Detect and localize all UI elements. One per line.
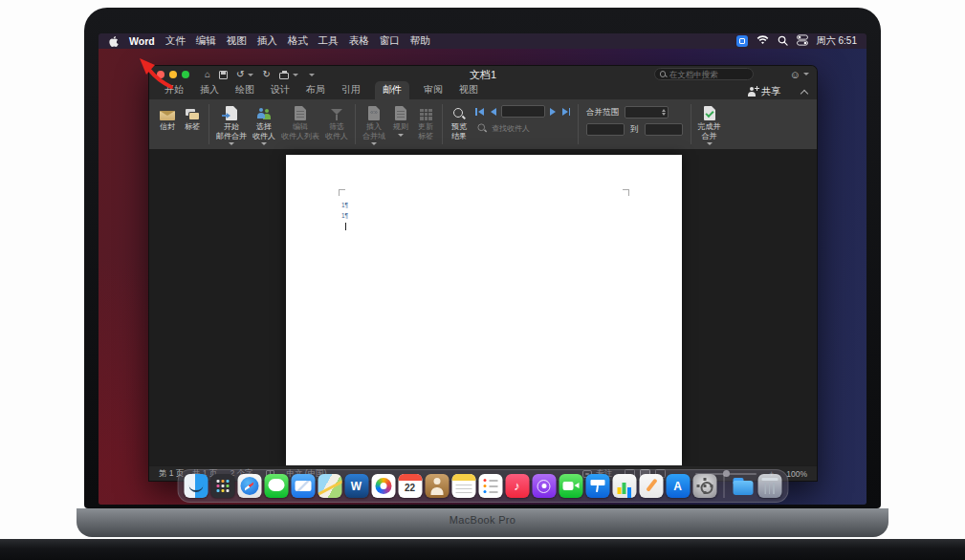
range-from-field[interactable] bbox=[586, 123, 625, 136]
dock-trash-icon[interactable] bbox=[757, 474, 781, 498]
group-separator bbox=[691, 104, 691, 144]
tab-layout[interactable]: 布局 bbox=[304, 81, 327, 99]
undo-dropdown-caret[interactable] bbox=[248, 74, 253, 76]
start-mail-merge-button[interactable]: 开始 邮件合并 bbox=[213, 103, 250, 146]
first-record-button[interactable] bbox=[473, 106, 486, 118]
envelope-button[interactable]: 信封 bbox=[155, 103, 180, 133]
select-recipients-button[interactable]: 选择 收件人 bbox=[250, 103, 278, 146]
menu-help[interactable]: 帮助 bbox=[410, 34, 430, 48]
dock-app-store-icon[interactable]: A bbox=[666, 474, 690, 498]
dock-maps-icon[interactable] bbox=[318, 474, 341, 498]
stepper-icon bbox=[662, 109, 668, 116]
group-separator bbox=[442, 104, 443, 144]
find-recipient-button[interactable]: 查找收件人 bbox=[473, 121, 572, 135]
wifi-icon[interactable] bbox=[757, 35, 769, 47]
dock-word-icon[interactable]: W bbox=[344, 474, 368, 498]
rules-button[interactable]: 规则 bbox=[388, 103, 413, 138]
labels-button[interactable]: 标签 bbox=[180, 103, 205, 133]
dock-messages-icon[interactable] bbox=[264, 474, 288, 498]
document-canvas: 1¶ 1¶ bbox=[149, 149, 817, 467]
document-search-input[interactable] bbox=[669, 70, 748, 79]
dock-downloads-folder-icon[interactable] bbox=[731, 474, 755, 498]
feedback-smiley-button[interactable]: ☺ bbox=[790, 69, 809, 80]
zoom-percentage[interactable]: 100% bbox=[786, 469, 807, 479]
document-page[interactable]: 1¶ 1¶ bbox=[286, 155, 682, 466]
menu-insert[interactable]: 插入 bbox=[257, 34, 277, 48]
menu-edit[interactable]: 编辑 bbox=[196, 34, 216, 48]
menu-format[interactable]: 格式 bbox=[288, 34, 308, 48]
tab-review[interactable]: 审阅 bbox=[422, 81, 445, 99]
redo-button[interactable]: ↻ bbox=[262, 70, 270, 79]
menu-app-name[interactable]: Word bbox=[129, 35, 155, 47]
document-search-field[interactable] bbox=[654, 68, 754, 80]
menu-tools[interactable]: 工具 bbox=[318, 34, 339, 48]
edit-recipient-list-button[interactable]: 编辑 收件人列表 bbox=[278, 103, 322, 141]
dock-facetime-icon[interactable] bbox=[559, 474, 582, 498]
finish-merge-button[interactable]: 完成并 合并 bbox=[695, 103, 724, 146]
group-separator bbox=[578, 104, 579, 144]
menu-view[interactable]: 视图 bbox=[227, 34, 247, 48]
print-dropdown-caret[interactable] bbox=[293, 74, 298, 76]
zoom-button[interactable] bbox=[182, 71, 189, 78]
range-to-field[interactable] bbox=[645, 123, 683, 136]
apple-menu[interactable] bbox=[108, 35, 119, 48]
preview-results-icon bbox=[452, 107, 466, 120]
dock-numbers-icon[interactable] bbox=[612, 474, 636, 498]
dock-pages-icon[interactable] bbox=[639, 474, 663, 498]
record-number-field[interactable] bbox=[501, 105, 545, 118]
dock-launchpad-icon[interactable] bbox=[210, 474, 234, 498]
tab-mailings[interactable]: 邮件 bbox=[375, 81, 409, 99]
dock-notes-icon[interactable] bbox=[451, 474, 475, 498]
next-record-button[interactable] bbox=[548, 106, 558, 118]
control-center-icon[interactable] bbox=[797, 34, 808, 48]
share-button[interactable]: 共享 bbox=[747, 85, 780, 98]
save-button[interactable] bbox=[219, 71, 228, 79]
collapse-ribbon-chevron[interactable] bbox=[801, 90, 808, 97]
dock: W 22 A bbox=[177, 469, 788, 503]
mailings-ribbon: 信封 标签 开始 邮件合并 bbox=[149, 99, 817, 149]
tab-view[interactable]: 视图 bbox=[457, 81, 480, 99]
dock-keynote-icon[interactable] bbox=[585, 474, 609, 498]
dock-safari-icon[interactable] bbox=[237, 474, 261, 498]
desktop-wallpaper: ⌂ ↺ ↻ 文档1 ☺ bbox=[99, 49, 866, 505]
tab-draw[interactable]: 绘图 bbox=[233, 81, 256, 99]
menu-table[interactable]: 表格 bbox=[349, 34, 369, 48]
insert-merge-field-button[interactable]: 插入 合并域 bbox=[360, 103, 388, 146]
range-to-label: 到 bbox=[630, 124, 639, 136]
last-record-button[interactable] bbox=[560, 106, 573, 118]
dock-music-icon[interactable] bbox=[505, 474, 529, 498]
tab-references[interactable]: 引用 bbox=[340, 81, 362, 99]
finish-merge-icon bbox=[704, 106, 715, 120]
update-labels-button[interactable]: 更新 标签 bbox=[413, 103, 438, 141]
dock-photos-icon[interactable] bbox=[371, 474, 395, 498]
dock-podcasts-icon[interactable] bbox=[532, 474, 556, 498]
preview-results-button[interactable]: 预览 结果 bbox=[447, 103, 472, 141]
screen: Word 文件 编辑 视图 插入 格式 工具 表格 窗口 帮助 周六 bbox=[99, 33, 866, 505]
filter-recipients-button[interactable]: 筛选 收件人 bbox=[322, 103, 351, 141]
previous-record-button[interactable] bbox=[489, 106, 498, 118]
menu-bar-clock[interactable]: 周六 6:51 bbox=[817, 34, 857, 48]
dock-contacts-icon[interactable] bbox=[425, 474, 449, 498]
dock-mail-icon[interactable] bbox=[291, 474, 315, 498]
dock-system-preferences-icon[interactable] bbox=[692, 474, 716, 498]
menu-window[interactable]: 窗口 bbox=[380, 34, 400, 48]
print-button[interactable] bbox=[279, 73, 289, 79]
merge-range-select[interactable] bbox=[625, 106, 669, 118]
input-source-icon[interactable] bbox=[736, 35, 748, 47]
dock-calendar-icon[interactable]: 22 bbox=[398, 474, 422, 498]
tab-insert[interactable]: 插入 bbox=[198, 81, 221, 99]
tab-design[interactable]: 设计 bbox=[269, 81, 292, 99]
person-plus-icon bbox=[747, 87, 757, 97]
labels-icon bbox=[186, 109, 200, 120]
merge-range-label: 合并范围 bbox=[586, 107, 619, 118]
dock-finder-icon[interactable] bbox=[184, 474, 208, 498]
dock-reminders-icon[interactable] bbox=[478, 474, 502, 498]
home-icon[interactable]: ⌂ bbox=[205, 70, 210, 79]
toolbar-overflow-caret[interactable] bbox=[309, 74, 315, 76]
undo-button[interactable]: ↺ bbox=[236, 70, 244, 79]
smiley-icon: ☺ bbox=[790, 69, 801, 80]
spotlight-search-icon[interactable] bbox=[778, 35, 788, 48]
menu-file[interactable]: 文件 bbox=[165, 34, 186, 48]
macos-menu-bar: Word 文件 编辑 视图 插入 格式 工具 表格 窗口 帮助 周六 bbox=[99, 33, 866, 49]
search-icon bbox=[660, 71, 667, 77]
